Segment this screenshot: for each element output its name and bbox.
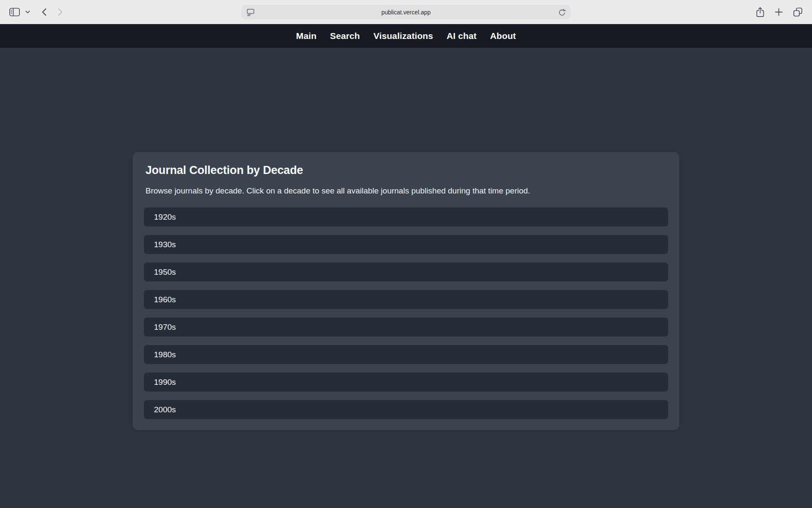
decade-button[interactable]: 1960s xyxy=(144,290,668,309)
page-background: Journal Collection by Decade Browse jour… xyxy=(0,48,812,508)
nav-link[interactable]: Search xyxy=(330,31,360,41)
tabs-overview-icon xyxy=(793,7,803,17)
decade-button[interactable]: 1980s xyxy=(144,345,668,364)
nav-link[interactable]: AI chat xyxy=(447,31,477,41)
page-description: Browse journals by decade. Click on a de… xyxy=(145,186,668,196)
decade-button[interactable]: 1970s xyxy=(144,318,668,337)
nav-link[interactable]: Main xyxy=(296,31,316,41)
nav-link[interactable]: About xyxy=(490,31,516,41)
site-nav: MainSearchVisualizationsAI chatAbout xyxy=(0,24,812,48)
decade-button[interactable]: 1920s xyxy=(144,207,668,226)
new-tab-button[interactable] xyxy=(775,8,783,16)
forward-icon xyxy=(58,8,63,16)
reload-icon xyxy=(558,8,566,17)
decade-button[interactable]: 1930s xyxy=(144,235,668,254)
tabs-overview-button[interactable] xyxy=(793,7,803,17)
url-text: publicat.vercel.app xyxy=(381,9,431,16)
chevron-down-icon xyxy=(25,11,30,14)
new-tab-icon xyxy=(775,8,783,16)
nav-link[interactable]: Visualizations xyxy=(373,31,433,41)
back-icon xyxy=(41,8,47,16)
sidebar-icon xyxy=(9,8,20,17)
share-button[interactable] xyxy=(756,7,765,17)
share-icon xyxy=(756,7,765,17)
back-button[interactable] xyxy=(41,8,47,16)
sidebar-toggle-button[interactable] xyxy=(9,8,20,17)
sidebar-menu-button[interactable] xyxy=(25,11,30,14)
decade-button[interactable]: 1950s xyxy=(144,262,668,282)
decade-list: 1920s1930s1950s1960s1970s1980s1990s2000s xyxy=(144,207,668,419)
url-bar[interactable]: publicat.vercel.app xyxy=(241,5,571,19)
toolbar-left-group xyxy=(9,0,63,24)
reload-button[interactable] xyxy=(558,8,566,17)
page-title: Journal Collection by Decade xyxy=(145,164,667,177)
nav-links: MainSearchVisualizationsAI chatAbout xyxy=(296,31,516,41)
decade-button[interactable]: 2000s xyxy=(144,400,668,419)
journal-collection-card: Journal Collection by Decade Browse jour… xyxy=(133,152,679,430)
page-settings-button[interactable] xyxy=(247,8,255,16)
forward-button[interactable] xyxy=(58,8,63,16)
browser-toolbar: publicat.vercel.app xyxy=(0,0,812,24)
toolbar-right-group xyxy=(756,0,803,24)
decade-button[interactable]: 1990s xyxy=(144,373,668,392)
page-settings-icon xyxy=(247,8,255,16)
